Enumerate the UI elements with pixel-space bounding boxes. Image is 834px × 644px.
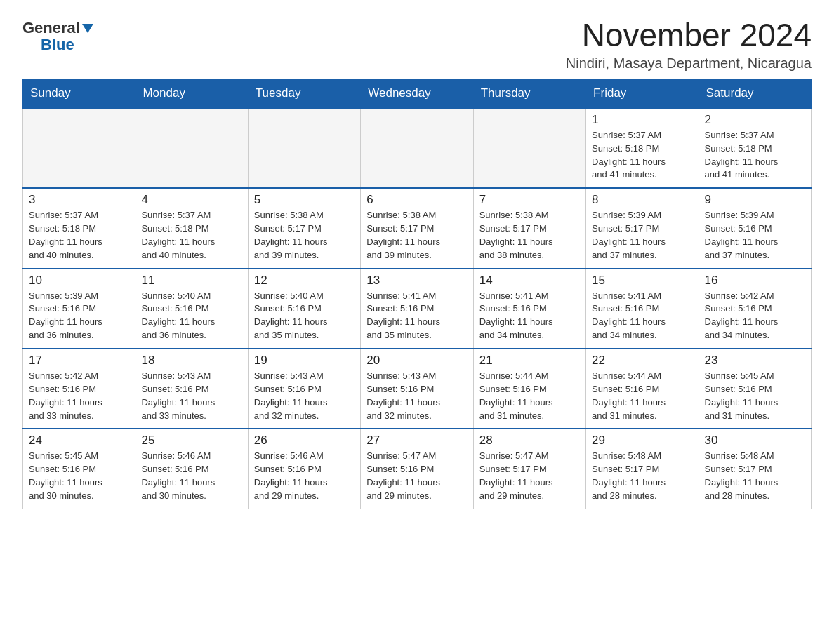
day-number: 8 (592, 193, 692, 207)
day-number: 7 (479, 193, 580, 207)
location-subtitle: Nindiri, Masaya Department, Nicaragua (566, 55, 812, 72)
day-number: 19 (254, 354, 355, 368)
day-info: Sunrise: 5:44 AM Sunset: 5:16 PM Dayligh… (479, 370, 580, 422)
day-info: Sunrise: 5:43 AM Sunset: 5:16 PM Dayligh… (141, 370, 241, 422)
day-number: 20 (366, 354, 467, 368)
week-row: 3Sunrise: 5:37 AM Sunset: 5:18 PM Daylig… (23, 188, 812, 268)
day-info: Sunrise: 5:38 AM Sunset: 5:17 PM Dayligh… (254, 209, 355, 262)
day-number: 29 (592, 434, 692, 448)
week-row: 24Sunrise: 5:45 AM Sunset: 5:16 PM Dayli… (23, 429, 812, 509)
day-info: Sunrise: 5:42 AM Sunset: 5:16 PM Dayligh… (29, 370, 129, 422)
day-info: Sunrise: 5:39 AM Sunset: 5:16 PM Dayligh… (29, 290, 129, 342)
col-saturday: Saturday (699, 79, 811, 108)
col-sunday: Sunday (23, 79, 135, 108)
table-cell: 9Sunrise: 5:39 AM Sunset: 5:16 PM Daylig… (699, 188, 811, 268)
table-cell (135, 108, 248, 188)
day-number: 24 (29, 434, 129, 448)
table-cell: 17Sunrise: 5:42 AM Sunset: 5:16 PM Dayli… (23, 349, 135, 429)
col-thursday: Thursday (473, 79, 585, 108)
day-info: Sunrise: 5:48 AM Sunset: 5:17 PM Dayligh… (705, 450, 805, 502)
col-wednesday: Wednesday (361, 79, 473, 108)
day-info: Sunrise: 5:44 AM Sunset: 5:16 PM Dayligh… (592, 370, 692, 422)
table-cell: 15Sunrise: 5:41 AM Sunset: 5:16 PM Dayli… (586, 269, 699, 349)
header-row: Sunday Monday Tuesday Wednesday Thursday… (23, 79, 812, 108)
col-friday: Friday (586, 79, 699, 108)
day-info: Sunrise: 5:41 AM Sunset: 5:16 PM Dayligh… (366, 290, 467, 342)
table-cell: 28Sunrise: 5:47 AM Sunset: 5:17 PM Dayli… (473, 429, 585, 509)
day-number: 2 (705, 113, 805, 127)
day-number: 23 (705, 354, 805, 368)
month-title: November 2024 (566, 17, 812, 54)
day-number: 16 (705, 274, 805, 288)
day-number: 12 (254, 274, 355, 288)
day-number: 21 (479, 354, 580, 368)
day-info: Sunrise: 5:45 AM Sunset: 5:16 PM Dayligh… (705, 370, 805, 422)
day-info: Sunrise: 5:40 AM Sunset: 5:16 PM Dayligh… (254, 290, 355, 342)
day-number: 11 (141, 274, 241, 288)
table-cell: 6Sunrise: 5:38 AM Sunset: 5:17 PM Daylig… (361, 188, 473, 268)
day-info: Sunrise: 5:37 AM Sunset: 5:18 PM Dayligh… (29, 209, 129, 262)
day-info: Sunrise: 5:42 AM Sunset: 5:16 PM Dayligh… (705, 290, 805, 342)
table-cell: 4Sunrise: 5:37 AM Sunset: 5:18 PM Daylig… (135, 188, 248, 268)
day-info: Sunrise: 5:39 AM Sunset: 5:16 PM Dayligh… (705, 209, 805, 262)
day-info: Sunrise: 5:46 AM Sunset: 5:16 PM Dayligh… (254, 450, 355, 502)
col-tuesday: Tuesday (248, 79, 360, 108)
day-info: Sunrise: 5:47 AM Sunset: 5:16 PM Dayligh… (366, 450, 467, 502)
table-cell: 3Sunrise: 5:37 AM Sunset: 5:18 PM Daylig… (23, 188, 135, 268)
day-number: 25 (141, 434, 241, 448)
day-info: Sunrise: 5:46 AM Sunset: 5:16 PM Dayligh… (141, 450, 241, 502)
day-number: 5 (254, 193, 355, 207)
table-cell: 1Sunrise: 5:37 AM Sunset: 5:18 PM Daylig… (586, 108, 699, 188)
day-number: 13 (366, 274, 467, 288)
day-info: Sunrise: 5:43 AM Sunset: 5:16 PM Dayligh… (254, 370, 355, 422)
day-number: 28 (479, 434, 580, 448)
calendar-body: 1Sunrise: 5:37 AM Sunset: 5:18 PM Daylig… (23, 108, 812, 509)
day-number: 26 (254, 434, 355, 448)
table-cell: 16Sunrise: 5:42 AM Sunset: 5:16 PM Dayli… (699, 269, 811, 349)
day-number: 18 (141, 354, 241, 368)
day-info: Sunrise: 5:47 AM Sunset: 5:17 PM Dayligh… (479, 450, 580, 502)
table-cell: 29Sunrise: 5:48 AM Sunset: 5:17 PM Dayli… (586, 429, 699, 509)
day-number: 10 (29, 274, 129, 288)
table-cell: 2Sunrise: 5:37 AM Sunset: 5:18 PM Daylig… (699, 108, 811, 188)
day-number: 15 (592, 274, 692, 288)
table-cell: 22Sunrise: 5:44 AM Sunset: 5:16 PM Dayli… (586, 349, 699, 429)
day-number: 9 (705, 193, 805, 207)
logo-blue-line: Blue (22, 36, 74, 53)
calendar-header: Sunday Monday Tuesday Wednesday Thursday… (23, 79, 812, 108)
day-info: Sunrise: 5:40 AM Sunset: 5:16 PM Dayligh… (141, 290, 241, 342)
day-info: Sunrise: 5:37 AM Sunset: 5:18 PM Dayligh… (705, 129, 805, 182)
table-cell: 18Sunrise: 5:43 AM Sunset: 5:16 PM Dayli… (135, 349, 248, 429)
day-info: Sunrise: 5:41 AM Sunset: 5:16 PM Dayligh… (479, 290, 580, 342)
table-cell: 26Sunrise: 5:46 AM Sunset: 5:16 PM Dayli… (248, 429, 360, 509)
table-cell: 11Sunrise: 5:40 AM Sunset: 5:16 PM Dayli… (135, 269, 248, 349)
day-number: 22 (592, 354, 692, 368)
week-row: 10Sunrise: 5:39 AM Sunset: 5:16 PM Dayli… (23, 269, 812, 349)
day-info: Sunrise: 5:45 AM Sunset: 5:16 PM Dayligh… (29, 450, 129, 502)
table-cell: 12Sunrise: 5:40 AM Sunset: 5:16 PM Dayli… (248, 269, 360, 349)
day-number: 17 (29, 354, 129, 368)
table-cell: 13Sunrise: 5:41 AM Sunset: 5:16 PM Dayli… (361, 269, 473, 349)
table-cell: 25Sunrise: 5:46 AM Sunset: 5:16 PM Dayli… (135, 429, 248, 509)
week-row: 1Sunrise: 5:37 AM Sunset: 5:18 PM Daylig… (23, 108, 812, 188)
day-number: 4 (141, 193, 241, 207)
page-header: General Blue November 2024 Nindiri, Masa… (22, 17, 812, 72)
week-row: 17Sunrise: 5:42 AM Sunset: 5:16 PM Dayli… (23, 349, 812, 429)
table-cell: 24Sunrise: 5:45 AM Sunset: 5:16 PM Dayli… (23, 429, 135, 509)
title-area: November 2024 Nindiri, Masaya Department… (566, 17, 812, 72)
logo-general-line: General (22, 20, 93, 36)
table-cell: 7Sunrise: 5:38 AM Sunset: 5:17 PM Daylig… (473, 188, 585, 268)
day-number: 6 (366, 193, 467, 207)
day-info: Sunrise: 5:37 AM Sunset: 5:18 PM Dayligh… (141, 209, 241, 262)
table-cell: 21Sunrise: 5:44 AM Sunset: 5:16 PM Dayli… (473, 349, 585, 429)
day-number: 30 (705, 434, 805, 448)
logo-blue-text: Blue (41, 36, 74, 53)
table-cell (361, 108, 473, 188)
table-cell (473, 108, 585, 188)
table-cell: 30Sunrise: 5:48 AM Sunset: 5:17 PM Dayli… (699, 429, 811, 509)
day-number: 27 (366, 434, 467, 448)
table-cell: 10Sunrise: 5:39 AM Sunset: 5:16 PM Dayli… (23, 269, 135, 349)
table-cell: 20Sunrise: 5:43 AM Sunset: 5:16 PM Dayli… (361, 349, 473, 429)
day-info: Sunrise: 5:48 AM Sunset: 5:17 PM Dayligh… (592, 450, 692, 502)
table-cell: 8Sunrise: 5:39 AM Sunset: 5:17 PM Daylig… (586, 188, 699, 268)
